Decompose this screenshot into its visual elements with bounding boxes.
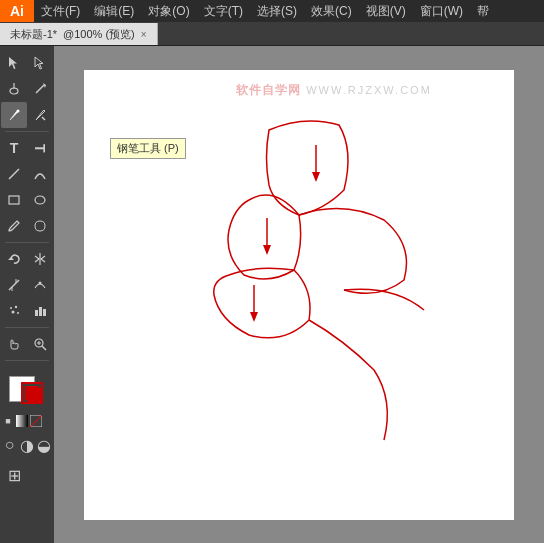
draw-inside-button[interactable]: ◒	[36, 432, 53, 458]
svg-rect-20	[39, 307, 42, 316]
svg-marker-32	[263, 245, 271, 255]
drawing-svg	[84, 70, 514, 520]
vertical-type-button[interactable]: T	[27, 135, 53, 161]
menu-object[interactable]: 对象(O)	[141, 0, 196, 22]
pen-tool-button[interactable]	[1, 102, 27, 128]
toolbar-divider-2	[5, 242, 49, 243]
line-tool-button[interactable]	[1, 161, 27, 187]
draw-normal-button[interactable]: ○	[1, 432, 18, 458]
svg-line-6	[9, 169, 19, 179]
svg-line-28	[30, 415, 42, 427]
canvas-area: 钢笔工具 (P) 软件自学网 WWW.RJZXW.COM	[54, 46, 544, 543]
width-tool-button[interactable]	[1, 272, 27, 298]
toolbar-divider-3	[5, 327, 49, 328]
svg-marker-30	[312, 172, 320, 182]
color-mode-button[interactable]: ■	[1, 414, 15, 428]
arc-tool-button[interactable]	[27, 161, 53, 187]
main-area: T T	[0, 46, 544, 543]
symbol-sprayer-button[interactable]	[1, 298, 27, 324]
lasso-tool-button[interactable]	[1, 76, 27, 102]
color-area	[5, 368, 49, 406]
rotate-tool-button[interactable]	[1, 246, 27, 272]
menu-type[interactable]: 文字(T)	[197, 0, 250, 22]
document-tab[interactable]: 未标题-1* @100% (预览) ×	[0, 23, 158, 45]
svg-rect-26	[16, 415, 28, 427]
svg-point-8	[35, 196, 45, 204]
select-tool-button[interactable]	[1, 50, 27, 76]
menu-select[interactable]: 选择(S)	[250, 0, 304, 22]
warp-tool-button[interactable]	[27, 272, 53, 298]
reflect-tool-button[interactable]	[27, 246, 53, 272]
app-logo: Ai	[0, 0, 34, 22]
menu-effect[interactable]: 效果(C)	[304, 0, 359, 22]
menu-view[interactable]: 视图(V)	[359, 0, 413, 22]
svg-line-11	[9, 280, 19, 290]
menu-file[interactable]: 文件(F)	[34, 0, 87, 22]
hand-tool-button[interactable]	[1, 331, 27, 357]
svg-marker-9	[8, 257, 14, 260]
svg-point-16	[15, 306, 17, 308]
toolbar-divider-4	[5, 360, 49, 361]
graph-tool-button[interactable]	[27, 298, 53, 324]
svg-rect-19	[35, 310, 38, 316]
magic-wand-button[interactable]	[27, 76, 53, 102]
svg-point-18	[17, 312, 19, 314]
stroke-inner	[27, 388, 41, 402]
ellipse-tool-button[interactable]	[27, 187, 53, 213]
tab-subtitle: @100% (预览)	[63, 27, 135, 42]
toolbar: T T	[0, 46, 54, 543]
paintbrush-tool-button[interactable]	[1, 213, 27, 239]
svg-line-5	[42, 117, 45, 120]
drawing-canvas[interactable]	[84, 70, 514, 520]
tab-title: 未标题-1*	[10, 27, 57, 42]
menu-window[interactable]: 窗口(W)	[413, 0, 470, 22]
tab-close-button[interactable]: ×	[141, 29, 147, 40]
zoom-tool-button[interactable]	[27, 331, 53, 357]
svg-line-2	[36, 85, 44, 93]
blob-brush-button[interactable]	[27, 213, 53, 239]
direct-select-tool-button[interactable]	[27, 50, 53, 76]
svg-point-4	[17, 110, 20, 113]
svg-rect-7	[9, 196, 19, 204]
menu-edit[interactable]: 编辑(E)	[87, 0, 141, 22]
menu-help[interactable]: 帮	[470, 0, 496, 22]
svg-rect-21	[43, 309, 46, 316]
gradient-button[interactable]	[15, 414, 29, 428]
bottom-tools-area: ■ ○ ◑ ◒ ⊞	[1, 410, 53, 488]
menu-bar: Ai 文件(F) 编辑(E) 对象(O) 文字(T) 选择(S) 效果(C) 视…	[0, 0, 544, 22]
svg-point-15	[10, 307, 12, 309]
svg-line-23	[42, 346, 46, 350]
type-tool-button[interactable]: T	[1, 135, 27, 161]
svg-point-14	[39, 282, 42, 285]
tab-bar: 未标题-1* @100% (预览) ×	[0, 22, 544, 46]
anchor-point-tool-button[interactable]	[27, 102, 53, 128]
rect-tool-button[interactable]	[1, 187, 27, 213]
svg-point-17	[12, 311, 15, 314]
toolbar-divider-1	[5, 131, 49, 132]
change-screen-mode-button[interactable]: ⊞	[1, 462, 27, 488]
draw-behind-button[interactable]: ◑	[18, 432, 35, 458]
svg-marker-34	[250, 312, 258, 322]
stroke-swatch[interactable]	[21, 382, 43, 404]
none-button[interactable]	[29, 414, 43, 428]
